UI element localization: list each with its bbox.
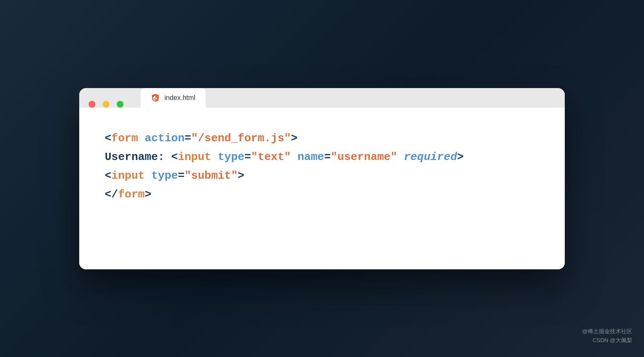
value-username: "username" <box>331 151 397 163</box>
tabs-area: index.html <box>135 88 565 108</box>
maximize-button[interactable] <box>117 101 124 108</box>
watermark: @稀土掘金技术社区 CSDN @大佩梨 <box>582 327 632 345</box>
html5-icon <box>151 93 160 103</box>
tag-input-1: input <box>178 151 211 163</box>
tag-input-2: input <box>112 169 145 182</box>
open-bracket-4: </ <box>105 188 118 201</box>
value-text: "text" <box>251 151 291 163</box>
attr-type-1: type <box>211 151 244 163</box>
open-bracket-1: < <box>105 132 112 145</box>
equals-4: = <box>178 169 185 182</box>
tag-form-close: form <box>118 188 144 201</box>
code-line-1: <form action="/send_form.js"> <box>105 129 539 148</box>
attr-action: action <box>138 132 184 145</box>
close-bracket-3: > <box>238 169 244 182</box>
tab-label: index.html <box>164 94 196 102</box>
close-bracket-1: > <box>291 132 298 145</box>
close-bracket-4: > <box>145 188 152 201</box>
open-bracket-3: < <box>105 169 112 182</box>
attr-name-1: name <box>291 151 324 163</box>
code-line-3: <input type="submit"> <box>105 166 539 185</box>
close-button[interactable] <box>89 101 95 108</box>
equals-1: = <box>184 132 191 145</box>
close-bracket-2: > <box>457 151 464 163</box>
code-line-2: Username: <input type="text" name="usern… <box>105 148 539 166</box>
value-submit: "submit" <box>184 169 238 182</box>
value-send-form: "/send_form.js" <box>191 132 291 145</box>
tab-index-html[interactable]: index.html <box>141 88 206 108</box>
browser-window: index.html <form action="/send_form.js">… <box>79 88 565 269</box>
tag-form-open: form <box>112 132 138 145</box>
code-line-4: </form> <box>105 185 539 204</box>
editor-area: <form action="/send_form.js"> Username: … <box>79 108 565 269</box>
browser-header: index.html <box>79 88 565 108</box>
watermark-line1: @稀土掘金技术社区 <box>582 327 632 336</box>
equals-3: = <box>324 151 331 163</box>
keyword-required: required <box>397 151 457 163</box>
minimize-button[interactable] <box>103 101 109 108</box>
attr-type-2: type <box>145 169 178 182</box>
text-username-label: Username: <box>105 151 171 163</box>
open-bracket-2: < <box>171 151 178 163</box>
equals-2: = <box>244 151 251 163</box>
watermark-line2: CSDN @大佩梨 <box>582 336 632 345</box>
window-controls <box>79 92 135 108</box>
